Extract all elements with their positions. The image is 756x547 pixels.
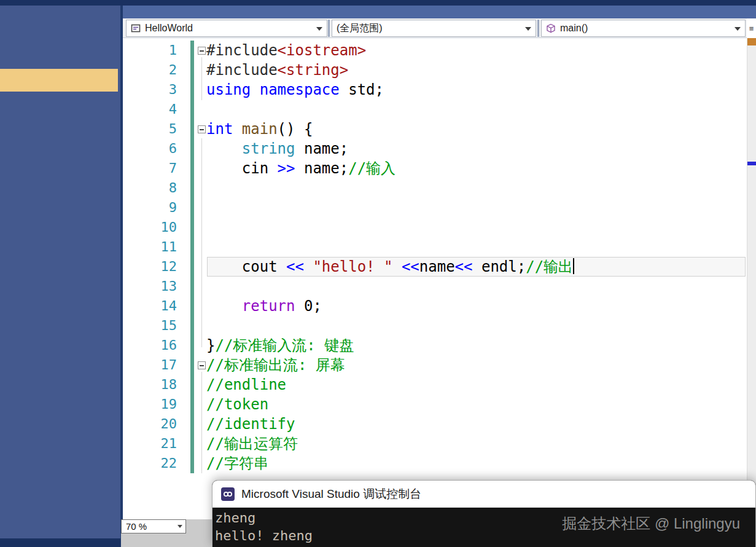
code-text: //identify bbox=[206, 414, 747, 434]
code-line-16[interactable]: 16}//标准输入流: 键盘 bbox=[123, 336, 747, 355]
fold-margin bbox=[177, 198, 206, 218]
line-number: 10 bbox=[123, 218, 177, 237]
line-number: 3 bbox=[123, 80, 177, 100]
fold-margin bbox=[177, 395, 206, 414]
fold-margin bbox=[177, 454, 206, 473]
fold-margin bbox=[177, 336, 206, 355]
zoom-value: 70 % bbox=[126, 521, 147, 532]
fold-margin bbox=[177, 375, 206, 395]
member-dropdown-label: main() bbox=[560, 23, 588, 34]
toolbar-separator bbox=[328, 20, 330, 37]
debug-console-window: Microsoft Visual Studio 调试控制台 zhenghello… bbox=[212, 480, 756, 547]
fold-margin bbox=[177, 355, 206, 375]
fold-margin bbox=[177, 41, 206, 60]
code-line-4[interactable]: 4 bbox=[123, 100, 747, 119]
line-number: 2 bbox=[123, 60, 177, 80]
code-line-2[interactable]: 2#include<string> bbox=[123, 60, 747, 80]
code-line-17[interactable]: 17//标准输出流: 屏幕 bbox=[123, 355, 747, 375]
line-number: 4 bbox=[123, 100, 177, 119]
code-lines: 1#include<iostream>2#include<string>3usi… bbox=[123, 41, 747, 473]
code-line-13[interactable]: 13 bbox=[123, 277, 747, 296]
vertical-scrollbar[interactable] bbox=[747, 38, 756, 547]
chevron-down-icon bbox=[177, 525, 182, 528]
code-text: //token bbox=[206, 395, 747, 414]
code-line-11[interactable]: 11 bbox=[123, 237, 747, 257]
line-number: 17 bbox=[123, 355, 177, 375]
code-text: #include<iostream> bbox=[206, 41, 747, 60]
code-line-9[interactable]: 9 bbox=[123, 198, 747, 218]
console-output: zhenghello! zheng 掘金技术社区 @ Linglingyu bbox=[212, 508, 755, 547]
code-line-1[interactable]: 1#include<iostream> bbox=[123, 41, 747, 60]
code-text: cout << "hello! " <<name<< endl;//输出 bbox=[206, 257, 747, 277]
line-number: 12 bbox=[123, 257, 177, 277]
line-number: 1 bbox=[123, 41, 177, 60]
fold-toggle-collapse[interactable] bbox=[198, 361, 206, 369]
scope-dropdown-label: (全局范围) bbox=[337, 22, 383, 35]
fold-toggle-collapse[interactable] bbox=[198, 125, 206, 133]
sidebar-selected-item[interactable] bbox=[0, 69, 118, 92]
toolbar-overflow-button[interactable]: ≡ bbox=[747, 18, 756, 38]
project-dropdown[interactable]: HelloWorld bbox=[126, 20, 327, 37]
code-line-10[interactable]: 10 bbox=[123, 218, 747, 237]
fold-margin bbox=[177, 237, 206, 257]
sidebar bbox=[0, 6, 123, 547]
console-titlebar[interactable]: Microsoft Visual Studio 调试控制台 bbox=[212, 481, 755, 508]
code-line-8[interactable]: 8 bbox=[123, 178, 747, 198]
caret-position-marker bbox=[747, 162, 756, 165]
fold-margin bbox=[177, 414, 206, 434]
sidebar-bottom-edge bbox=[0, 538, 120, 547]
code-line-12[interactable]: 12 cout << "hello! " <<name<< endl;//输出 bbox=[123, 257, 747, 277]
code-line-5[interactable]: 5int main() { bbox=[123, 119, 747, 139]
fold-margin bbox=[177, 316, 206, 336]
member-dropdown[interactable]: main() bbox=[541, 20, 746, 37]
code-text: //endline bbox=[206, 375, 747, 395]
line-number: 21 bbox=[123, 434, 177, 454]
visual-studio-window: HelloWorld (全局范围) main() ≡ 1#include<ios… bbox=[0, 0, 756, 547]
line-number: 13 bbox=[123, 277, 177, 296]
fold-margin bbox=[177, 60, 206, 80]
code-line-18[interactable]: 18//endline bbox=[123, 375, 747, 395]
fold-margin bbox=[177, 277, 206, 296]
line-number: 9 bbox=[123, 198, 177, 218]
fold-margin bbox=[177, 178, 206, 198]
line-number: 11 bbox=[123, 237, 177, 257]
scrollbar-top-marker bbox=[747, 38, 756, 45]
line-number: 5 bbox=[123, 119, 177, 139]
fold-margin bbox=[177, 100, 206, 119]
line-number: 20 bbox=[123, 414, 177, 434]
fold-margin bbox=[177, 257, 206, 277]
zoom-selector[interactable]: 70 % bbox=[121, 519, 186, 533]
watermark: 掘金技术社区 @ Linglingyu bbox=[562, 514, 740, 532]
fold-margin bbox=[177, 119, 206, 139]
code-text: return 0; bbox=[206, 296, 747, 316]
visual-studio-icon bbox=[221, 487, 235, 501]
code-line-20[interactable]: 20//identify bbox=[123, 414, 747, 434]
code-text: using namespace std; bbox=[206, 80, 747, 100]
code-line-6[interactable]: 6 string name; bbox=[123, 139, 747, 159]
fold-margin bbox=[177, 159, 206, 178]
code-text: #include<string> bbox=[206, 60, 747, 80]
code-line-3[interactable]: 3using namespace std; bbox=[123, 80, 747, 100]
fold-margin bbox=[177, 434, 206, 454]
code-line-14[interactable]: 14 return 0; bbox=[123, 296, 747, 316]
code-line-21[interactable]: 21//输出运算符 bbox=[123, 434, 747, 454]
code-line-15[interactable]: 15 bbox=[123, 316, 747, 336]
navigation-bar: HelloWorld (全局范围) main() bbox=[123, 18, 747, 38]
code-line-7[interactable]: 7 cin >> name;//输入 bbox=[123, 159, 747, 178]
fold-margin bbox=[177, 218, 206, 237]
code-line-22[interactable]: 22//字符串 bbox=[123, 454, 747, 473]
chevron-down-icon bbox=[735, 27, 741, 31]
line-number: 19 bbox=[123, 395, 177, 414]
cpp-project-icon bbox=[131, 23, 141, 33]
code-text: //标准输出流: 屏幕 bbox=[206, 355, 747, 375]
scope-dropdown[interactable]: (全局范围) bbox=[332, 20, 536, 37]
line-number: 6 bbox=[123, 139, 177, 159]
code-editor[interactable]: 1#include<iostream>2#include<string>3usi… bbox=[123, 38, 747, 547]
line-number: 22 bbox=[123, 454, 177, 473]
line-number: 8 bbox=[123, 178, 177, 198]
code-text: string name; bbox=[206, 139, 747, 159]
code-line-19[interactable]: 19//token bbox=[123, 395, 747, 414]
toolbar-separator bbox=[537, 20, 539, 37]
fold-toggle-collapse[interactable] bbox=[198, 47, 206, 55]
code-text: cin >> name;//输入 bbox=[206, 159, 747, 178]
